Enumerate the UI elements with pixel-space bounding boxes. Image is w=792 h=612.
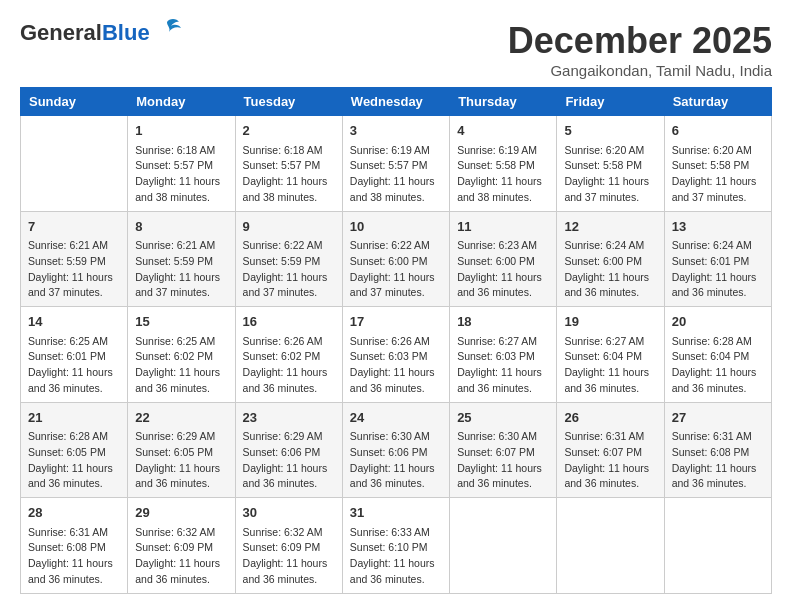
- calendar-week-row: 7Sunrise: 6:21 AM Sunset: 5:59 PM Daylig…: [21, 211, 772, 307]
- day-info: Sunrise: 6:29 AM Sunset: 6:06 PM Dayligh…: [243, 429, 335, 492]
- day-info: Sunrise: 6:22 AM Sunset: 5:59 PM Dayligh…: [243, 238, 335, 301]
- day-number: 25: [457, 408, 549, 428]
- day-info: Sunrise: 6:32 AM Sunset: 6:09 PM Dayligh…: [243, 525, 335, 588]
- calendar-cell: 30Sunrise: 6:32 AM Sunset: 6:09 PM Dayli…: [235, 498, 342, 594]
- logo-general: General: [20, 20, 102, 45]
- day-number: 8: [135, 217, 227, 237]
- day-number: 31: [350, 503, 442, 523]
- calendar-cell: 12Sunrise: 6:24 AM Sunset: 6:00 PM Dayli…: [557, 211, 664, 307]
- day-number: 15: [135, 312, 227, 332]
- day-number: 10: [350, 217, 442, 237]
- day-number: 26: [564, 408, 656, 428]
- calendar-cell: 16Sunrise: 6:26 AM Sunset: 6:02 PM Dayli…: [235, 307, 342, 403]
- calendar-cell: 6Sunrise: 6:20 AM Sunset: 5:58 PM Daylig…: [664, 116, 771, 212]
- calendar-cell: 26Sunrise: 6:31 AM Sunset: 6:07 PM Dayli…: [557, 402, 664, 498]
- day-number: 4: [457, 121, 549, 141]
- calendar-cell: [664, 498, 771, 594]
- calendar-cell: 5Sunrise: 6:20 AM Sunset: 5:58 PM Daylig…: [557, 116, 664, 212]
- day-info: Sunrise: 6:24 AM Sunset: 6:00 PM Dayligh…: [564, 238, 656, 301]
- calendar-cell: 24Sunrise: 6:30 AM Sunset: 6:06 PM Dayli…: [342, 402, 449, 498]
- day-number: 20: [672, 312, 764, 332]
- day-info: Sunrise: 6:18 AM Sunset: 5:57 PM Dayligh…: [135, 143, 227, 206]
- day-info: Sunrise: 6:20 AM Sunset: 5:58 PM Dayligh…: [564, 143, 656, 206]
- day-info: Sunrise: 6:23 AM Sunset: 6:00 PM Dayligh…: [457, 238, 549, 301]
- logo-blue: Blue: [102, 20, 150, 45]
- day-number: 11: [457, 217, 549, 237]
- calendar-cell: 10Sunrise: 6:22 AM Sunset: 6:00 PM Dayli…: [342, 211, 449, 307]
- calendar-cell: 14Sunrise: 6:25 AM Sunset: 6:01 PM Dayli…: [21, 307, 128, 403]
- day-info: Sunrise: 6:25 AM Sunset: 6:02 PM Dayligh…: [135, 334, 227, 397]
- day-info: Sunrise: 6:30 AM Sunset: 6:06 PM Dayligh…: [350, 429, 442, 492]
- calendar-cell: 28Sunrise: 6:31 AM Sunset: 6:08 PM Dayli…: [21, 498, 128, 594]
- calendar-cell: 1Sunrise: 6:18 AM Sunset: 5:57 PM Daylig…: [128, 116, 235, 212]
- day-info: Sunrise: 6:31 AM Sunset: 6:08 PM Dayligh…: [672, 429, 764, 492]
- col-header-wednesday: Wednesday: [342, 88, 449, 116]
- calendar-cell: 25Sunrise: 6:30 AM Sunset: 6:07 PM Dayli…: [450, 402, 557, 498]
- page-header: GeneralBlue December 2025 Gangaikondan, …: [20, 20, 772, 79]
- day-info: Sunrise: 6:22 AM Sunset: 6:00 PM Dayligh…: [350, 238, 442, 301]
- logo-bird-icon: [153, 18, 181, 40]
- day-number: 7: [28, 217, 120, 237]
- col-header-saturday: Saturday: [664, 88, 771, 116]
- day-info: Sunrise: 6:27 AM Sunset: 6:04 PM Dayligh…: [564, 334, 656, 397]
- calendar-cell: 4Sunrise: 6:19 AM Sunset: 5:58 PM Daylig…: [450, 116, 557, 212]
- calendar-week-row: 28Sunrise: 6:31 AM Sunset: 6:08 PM Dayli…: [21, 498, 772, 594]
- day-number: 1: [135, 121, 227, 141]
- calendar-week-row: 1Sunrise: 6:18 AM Sunset: 5:57 PM Daylig…: [21, 116, 772, 212]
- day-info: Sunrise: 6:29 AM Sunset: 6:05 PM Dayligh…: [135, 429, 227, 492]
- title-block: December 2025 Gangaikondan, Tamil Nadu, …: [508, 20, 772, 79]
- calendar-cell: 13Sunrise: 6:24 AM Sunset: 6:01 PM Dayli…: [664, 211, 771, 307]
- day-number: 28: [28, 503, 120, 523]
- calendar-cell: 23Sunrise: 6:29 AM Sunset: 6:06 PM Dayli…: [235, 402, 342, 498]
- logo: GeneralBlue: [20, 20, 181, 46]
- calendar-table: SundayMondayTuesdayWednesdayThursdayFrid…: [20, 87, 772, 594]
- day-info: Sunrise: 6:33 AM Sunset: 6:10 PM Dayligh…: [350, 525, 442, 588]
- day-number: 19: [564, 312, 656, 332]
- day-info: Sunrise: 6:31 AM Sunset: 6:08 PM Dayligh…: [28, 525, 120, 588]
- day-number: 12: [564, 217, 656, 237]
- calendar-cell: [557, 498, 664, 594]
- col-header-monday: Monday: [128, 88, 235, 116]
- day-number: 17: [350, 312, 442, 332]
- day-info: Sunrise: 6:26 AM Sunset: 6:03 PM Dayligh…: [350, 334, 442, 397]
- day-number: 16: [243, 312, 335, 332]
- day-number: 29: [135, 503, 227, 523]
- day-number: 23: [243, 408, 335, 428]
- day-info: Sunrise: 6:19 AM Sunset: 5:57 PM Dayligh…: [350, 143, 442, 206]
- col-header-sunday: Sunday: [21, 88, 128, 116]
- day-number: 27: [672, 408, 764, 428]
- calendar-cell: 18Sunrise: 6:27 AM Sunset: 6:03 PM Dayli…: [450, 307, 557, 403]
- month-title: December 2025: [508, 20, 772, 62]
- day-info: Sunrise: 6:20 AM Sunset: 5:58 PM Dayligh…: [672, 143, 764, 206]
- day-info: Sunrise: 6:25 AM Sunset: 6:01 PM Dayligh…: [28, 334, 120, 397]
- calendar-cell: 3Sunrise: 6:19 AM Sunset: 5:57 PM Daylig…: [342, 116, 449, 212]
- day-info: Sunrise: 6:19 AM Sunset: 5:58 PM Dayligh…: [457, 143, 549, 206]
- calendar-cell: 2Sunrise: 6:18 AM Sunset: 5:57 PM Daylig…: [235, 116, 342, 212]
- day-info: Sunrise: 6:18 AM Sunset: 5:57 PM Dayligh…: [243, 143, 335, 206]
- day-info: Sunrise: 6:27 AM Sunset: 6:03 PM Dayligh…: [457, 334, 549, 397]
- day-number: 22: [135, 408, 227, 428]
- day-info: Sunrise: 6:24 AM Sunset: 6:01 PM Dayligh…: [672, 238, 764, 301]
- calendar-week-row: 14Sunrise: 6:25 AM Sunset: 6:01 PM Dayli…: [21, 307, 772, 403]
- day-info: Sunrise: 6:28 AM Sunset: 6:05 PM Dayligh…: [28, 429, 120, 492]
- calendar-cell: 17Sunrise: 6:26 AM Sunset: 6:03 PM Dayli…: [342, 307, 449, 403]
- col-header-thursday: Thursday: [450, 88, 557, 116]
- day-number: 24: [350, 408, 442, 428]
- day-number: 3: [350, 121, 442, 141]
- calendar-cell: 8Sunrise: 6:21 AM Sunset: 5:59 PM Daylig…: [128, 211, 235, 307]
- day-info: Sunrise: 6:21 AM Sunset: 5:59 PM Dayligh…: [135, 238, 227, 301]
- calendar-cell: 21Sunrise: 6:28 AM Sunset: 6:05 PM Dayli…: [21, 402, 128, 498]
- day-info: Sunrise: 6:30 AM Sunset: 6:07 PM Dayligh…: [457, 429, 549, 492]
- logo-text: GeneralBlue: [20, 20, 150, 46]
- calendar-cell: 29Sunrise: 6:32 AM Sunset: 6:09 PM Dayli…: [128, 498, 235, 594]
- day-number: 5: [564, 121, 656, 141]
- day-number: 6: [672, 121, 764, 141]
- day-info: Sunrise: 6:21 AM Sunset: 5:59 PM Dayligh…: [28, 238, 120, 301]
- day-number: 21: [28, 408, 120, 428]
- col-header-tuesday: Tuesday: [235, 88, 342, 116]
- calendar-header-row: SundayMondayTuesdayWednesdayThursdayFrid…: [21, 88, 772, 116]
- calendar-cell: 31Sunrise: 6:33 AM Sunset: 6:10 PM Dayli…: [342, 498, 449, 594]
- calendar-cell: 11Sunrise: 6:23 AM Sunset: 6:00 PM Dayli…: [450, 211, 557, 307]
- day-number: 30: [243, 503, 335, 523]
- day-number: 2: [243, 121, 335, 141]
